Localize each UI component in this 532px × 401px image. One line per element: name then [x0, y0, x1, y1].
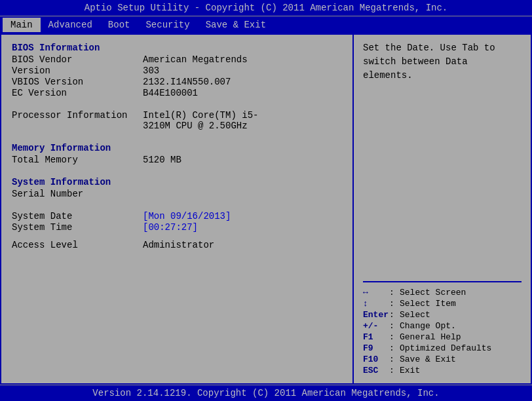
key-symbol: ↔: [363, 288, 389, 297]
key-desc: Select Item: [400, 299, 456, 309]
key-colon: :: [389, 354, 400, 364]
key-desc: Optimized Defaults: [400, 343, 491, 353]
system-time-value[interactable]: [00:27:27]: [143, 222, 198, 233]
processor-information-section: Processor Information Intel(R) Core(TM) …: [12, 110, 342, 131]
bios-vendor-value: American Megatrends: [143, 54, 248, 65]
bios-vendor-row: BIOS Vendor American Megatrends: [12, 54, 342, 65]
access-level-value: Administrator: [143, 240, 214, 250]
right-panel: Set the Date. Use Tab to switch between …: [354, 35, 531, 383]
title-text: Aptio Setup Utility - Copyright (C) 2011…: [85, 3, 448, 13]
menu-item-security[interactable]: Security: [138, 18, 197, 32]
vbios-version-label: VBIOS Version: [12, 77, 143, 87]
serial-number-label: Serial Number: [12, 189, 143, 199]
help-text-content: Set the Date. Use Tab to switch between …: [363, 43, 495, 81]
system-information-title: System Information: [12, 177, 342, 187]
key-row: ↔ : Select Screen: [363, 288, 522, 297]
key-symbol: F9: [363, 343, 389, 353]
system-date-value[interactable]: [Mon 09/16/2013]: [143, 211, 231, 221]
processor-info-row: Processor Information Intel(R) Core(TM) …: [12, 110, 342, 131]
access-level-row: Access Level Administrator: [12, 240, 342, 250]
ec-version-row: EC Version B44E100001: [12, 88, 342, 98]
vbios-version-value: 2132.I14N550.007: [143, 77, 231, 87]
menu-item-advanced[interactable]: Advanced: [41, 18, 100, 32]
key-colon: :: [389, 366, 400, 375]
version-row: Version 303: [12, 66, 342, 76]
key-symbol: Enter: [363, 310, 389, 320]
access-level-label: Access Level: [12, 240, 143, 250]
system-date-row[interactable]: System Date [Mon 09/16/2013]: [12, 211, 342, 221]
bios-information-title: BIOS Information: [12, 43, 342, 53]
key-symbol: ↕: [363, 299, 389, 309]
key-row: ↕ : Select Item: [363, 299, 522, 309]
key-symbol: +/-: [363, 321, 389, 331]
help-text: Set the Date. Use Tab to switch between …: [363, 41, 522, 278]
footer: Version 2.14.1219. Copyright (C) 2011 Am…: [0, 385, 532, 401]
processor-info-label: Processor Information: [12, 110, 143, 131]
vbios-version-row: VBIOS Version 2132.I14N550.007: [12, 77, 342, 87]
key-row: +/- : Change Opt.: [363, 321, 522, 331]
key-symbol: ESC: [363, 366, 389, 375]
menu-item-save---exit[interactable]: Save & Exit: [198, 18, 274, 32]
menu-bar: MainAdvancedBootSecuritySave & Exit: [0, 16, 532, 33]
key-colon: :: [389, 321, 400, 331]
total-memory-row: Total Memory 5120 MB: [12, 155, 342, 165]
key-colon: :: [389, 332, 400, 342]
system-information-section: System Information Serial Number: [12, 177, 342, 199]
key-desc: Exit: [400, 366, 420, 375]
key-colon: :: [389, 288, 400, 297]
key-symbol: F10: [363, 354, 389, 364]
menu-item-boot[interactable]: Boot: [100, 18, 138, 32]
system-date-label: System Date: [12, 211, 143, 221]
version-label: Version: [12, 66, 143, 76]
bios-vendor-label: BIOS Vendor: [12, 54, 143, 65]
memory-information-title: Memory Information: [12, 143, 342, 153]
bios-information-section: BIOS Information BIOS Vendor American Me…: [12, 43, 342, 98]
total-memory-value: 5120 MB: [143, 155, 181, 165]
total-memory-label: Total Memory: [12, 155, 143, 165]
menu-item-main[interactable]: Main: [3, 18, 41, 32]
key-row: F10 : Save & Exit: [363, 354, 522, 364]
system-time-row[interactable]: System Time [00:27:27]: [12, 222, 342, 233]
processor-info-value: Intel(R) Core(TM) i5-3210M CPU @ 2.50GHz: [143, 110, 258, 131]
key-desc: Select: [400, 310, 430, 320]
footer-text: Version 2.14.1219. Copyright (C) 2011 Am…: [92, 388, 439, 398]
ec-version-value: B44E100001: [143, 88, 198, 98]
left-panel: BIOS Information BIOS Vendor American Me…: [1, 35, 354, 383]
content-area: BIOS Information BIOS Vendor American Me…: [0, 33, 532, 385]
key-colon: :: [389, 343, 400, 353]
key-colon: :: [389, 310, 400, 320]
key-row: Enter : Select: [363, 310, 522, 320]
system-time-label: System Time: [12, 222, 143, 233]
key-row: F9 : Optimized Defaults: [363, 343, 522, 353]
key-colon: :: [389, 299, 400, 309]
ec-version-label: EC Version: [12, 88, 143, 98]
key-symbol: F1: [363, 332, 389, 342]
memory-information-section: Memory Information Total Memory 5120 MB: [12, 143, 342, 165]
key-desc: Change Opt.: [400, 321, 456, 331]
key-legend: ↔ : Select Screen↕ : Select ItemEnter : …: [363, 281, 522, 377]
title-bar: Aptio Setup Utility - Copyright (C) 2011…: [0, 0, 532, 16]
version-value: 303: [143, 66, 159, 76]
key-row: F1 : General Help: [363, 332, 522, 342]
serial-number-row: Serial Number: [12, 189, 342, 199]
key-desc: General Help: [400, 332, 461, 342]
key-desc: Select Screen: [400, 288, 466, 297]
key-row: ESC : Exit: [363, 366, 522, 375]
key-desc: Save & Exit: [400, 354, 456, 364]
